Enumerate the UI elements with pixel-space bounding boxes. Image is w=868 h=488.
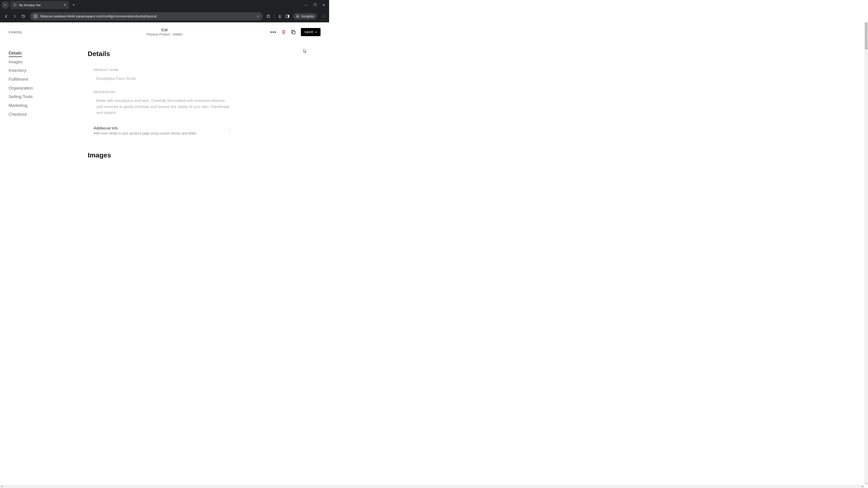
content-area: Details Images Inventory Fulfillment Org… [0,42,329,184]
tab-bar: My Moodjoy Site ✕ + — ❐ ✕ [0,0,329,10]
bookmark-star-icon[interactable]: ☆ [256,14,259,18]
sidebar-item-organization[interactable]: Organization [8,86,86,91]
toolbar-icons: Incognito ⋮ [266,13,327,20]
tune-icon [34,15,37,18]
duplicate-icon[interactable] [291,30,296,35]
svg-rect-1 [288,15,289,18]
side-panel-icon[interactable] [285,14,289,18]
sidebar-item-selling-tools[interactable]: Selling Tools [8,94,86,100]
back-button[interactable] [2,12,10,20]
site-info-icon[interactable] [33,14,38,19]
extensions-icon[interactable] [266,14,270,18]
header-actions: ••• SAVE ▾ [270,28,320,36]
main-panel: Details PRODUCT NAME Eucalyptus Face Scr… [86,42,329,184]
browser-menu-icon[interactable]: ⋮ [320,14,327,18]
browser-chrome: My Moodjoy Site ✕ + — ❐ ✕ hibiscus-seaba… [0,0,329,22]
sidebar-item-inventory[interactable]: Inventory [8,68,86,73]
additional-info-title: Additional Info [94,126,197,131]
close-tab-icon[interactable]: ✕ [64,3,66,7]
more-options-icon[interactable]: ••• [270,30,276,35]
close-window-icon[interactable]: ✕ [322,3,325,7]
url-text: hibiscus-seabass-6444.squarespace.com/co… [40,14,254,18]
chevron-down-icon [4,4,6,6]
window-controls: — ❐ ✕ [305,3,329,7]
nav-bar: hibiscus-seabass-6444.squarespace.com/co… [0,10,329,22]
forward-button[interactable] [11,12,19,20]
sidebar: Details Images Inventory Fulfillment Org… [0,42,86,184]
page-subtitle: Physical Product · Hidden [147,33,183,36]
save-button[interactable]: SAVE ▾ [301,28,320,36]
delete-icon[interactable] [281,30,286,35]
sidebar-item-marketing[interactable]: Marketing [8,103,86,108]
additional-info-row[interactable]: Additional Info Add more detail to your … [94,126,232,135]
product-name-input[interactable]: Eucalyptus Face Scrub [96,76,232,82]
tab-favicon [13,3,17,7]
sidebar-item-details[interactable]: Details [8,51,86,56]
tab-title: My Moodjoy Site [19,3,61,7]
incognito-label: Incognito [301,14,314,18]
description-label: DESCRIPTION [94,91,315,94]
separator [274,14,274,19]
sidebar-item-images[interactable]: Images [8,59,86,65]
sidebar-item-fulfillment[interactable]: Fulfillment [8,76,86,82]
chevron-down-icon: ▾ [315,31,317,34]
page-title: Edit [147,28,183,32]
maximize-icon[interactable]: ❐ [313,3,316,7]
cancel-button[interactable]: CANCEL [8,31,23,34]
downloads-icon[interactable] [278,14,282,18]
back-arrow-icon [4,14,8,18]
header-center: Edit Physical Product · Hidden [147,28,183,36]
section-heading-images: Images [88,151,315,159]
product-name-label: PRODUCT NAME [94,68,315,72]
section-heading-details: Details [88,50,315,58]
url-bar[interactable]: hibiscus-seabass-6444.squarespace.com/co… [30,12,263,20]
description-input[interactable]: Made with eucalyptus and aloe. Carefully… [96,98,232,116]
additional-info-subtitle: Add more detail to your product page usi… [94,131,197,135]
app-header: CANCEL Edit Physical Product · Hidden ••… [0,22,329,42]
save-button-label: SAVE [305,30,313,34]
reload-icon [21,14,25,18]
reload-button[interactable] [20,12,27,20]
minimize-icon[interactable]: — [305,3,308,7]
tab-search-dropdown[interactable] [1,1,9,9]
additional-info-text: Additional Info Add more detail to your … [94,126,197,135]
incognito-icon [296,15,300,18]
forward-arrow-icon [13,14,17,18]
svg-rect-3 [292,31,295,34]
incognito-indicator[interactable]: Incognito [293,13,317,20]
chevron-right-icon: 〉 [229,129,232,133]
browser-tab[interactable]: My Moodjoy Site ✕ [10,1,69,9]
sidebar-item-checkout[interactable]: Checkout [8,111,86,117]
mouse-cursor [303,49,307,54]
new-tab-button[interactable]: + [72,2,75,8]
